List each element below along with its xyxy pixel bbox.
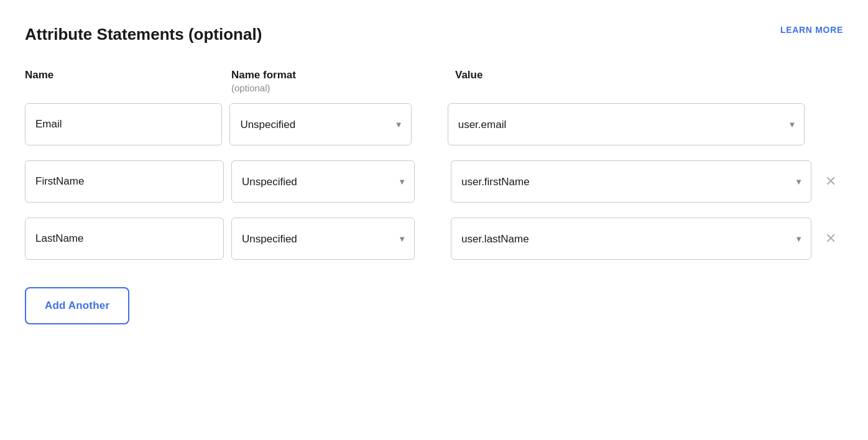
attribute-row: UnspecifiedBasicURI ReferenceUnspecified… <box>25 160 843 203</box>
attribute-row: UnspecifiedBasicURI ReferenceUnspecified… <box>25 218 843 260</box>
name-input-row-email[interactable] <box>25 103 222 145</box>
format-select-wrapper-row-firstname: UnspecifiedBasicURI ReferenceUnspecified… <box>231 160 415 203</box>
format-select-wrapper-row-lastname: UnspecifiedBasicURI ReferenceUnspecified… <box>231 218 415 260</box>
value-select-row-email[interactable]: user.emailuser.firstNameuser.lastNameuse… <box>448 103 805 145</box>
add-another-button[interactable]: Add Another <box>25 287 129 324</box>
value-select-wrapper-row-lastname: user.emailuser.firstNameuser.lastNameuse… <box>451 218 811 260</box>
format-select-row-firstname[interactable]: UnspecifiedBasicURI ReferenceUnspecified <box>231 160 415 203</box>
name-input-row-firstname[interactable] <box>25 160 224 203</box>
page-title: Attribute Statements (optional) <box>25 25 262 44</box>
remove-button-row-firstname[interactable]: ✕ <box>823 172 839 191</box>
format-column-label: Name format <box>231 69 418 81</box>
format-column-sublabel: (optional) <box>231 83 418 93</box>
attribute-rows-container: UnspecifiedBasicURI ReferenceUnspecified… <box>25 103 843 260</box>
learn-more-link[interactable]: LEARN MORE <box>780 25 843 35</box>
page-header: Attribute Statements (optional) LEARN MO… <box>25 25 843 44</box>
value-column-header: Value <box>455 69 828 81</box>
value-select-row-lastname[interactable]: user.emailuser.firstNameuser.lastNameuse… <box>451 218 811 260</box>
name-column-header: Name <box>25 69 224 81</box>
attribute-row: UnspecifiedBasicURI ReferenceUnspecified… <box>25 103 843 145</box>
format-column-header: Name format (optional) <box>231 69 418 93</box>
format-select-wrapper-row-email: UnspecifiedBasicURI ReferenceUnspecified… <box>229 103 411 145</box>
value-select-wrapper-row-firstname: user.emailuser.firstNameuser.lastNameuse… <box>451 160 811 203</box>
format-select-row-email[interactable]: UnspecifiedBasicURI ReferenceUnspecified <box>229 103 411 145</box>
remove-button-row-lastname[interactable]: ✕ <box>823 229 839 248</box>
column-headers: Name Name format (optional) Value <box>25 69 843 93</box>
name-input-row-lastname[interactable] <box>25 218 224 260</box>
format-select-row-lastname[interactable]: UnspecifiedBasicURI ReferenceUnspecified <box>231 218 415 260</box>
value-select-wrapper-row-email: user.emailuser.firstNameuser.lastNameuse… <box>448 103 805 145</box>
value-select-row-firstname[interactable]: user.emailuser.firstNameuser.lastNameuse… <box>451 160 811 203</box>
